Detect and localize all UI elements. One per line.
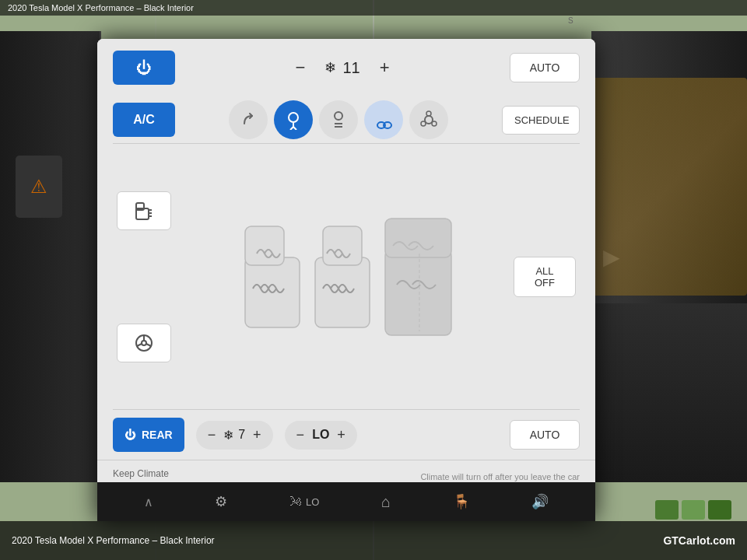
airflow-face-icon: [283, 110, 303, 130]
left-seat-controls: [117, 191, 171, 362]
thumb-3: [708, 500, 731, 520]
right-seat-pillar: ▶: [591, 31, 747, 482]
taskbar-home-icon[interactable]: ⌂: [381, 493, 391, 511]
svg-rect-34: [323, 226, 362, 265]
svg-line-29: [137, 344, 142, 346]
all-off-button[interactable]: ALL OFF: [514, 257, 576, 297]
rear-fan-value: 7: [238, 428, 245, 442]
fan-speed-value: 11: [342, 59, 359, 77]
airflow-bio-button[interactable]: [409, 100, 448, 139]
keep-climate-label: Keep Climate: [113, 468, 169, 479]
gtcarlot-logo: GTCarlot.com: [663, 534, 735, 547]
rear-auto-button[interactable]: AUTO: [510, 420, 580, 450]
thumb-2: [682, 500, 705, 520]
wood-trim: [591, 78, 747, 296]
air-direction-row: A/C: [97, 96, 595, 143]
seat-icon: [132, 199, 156, 222]
fan-minus-button[interactable]: −: [288, 54, 314, 82]
taskbar-seat-icon[interactable]: 🪑: [453, 493, 470, 510]
auto-button[interactable]: AUTO: [510, 53, 580, 82]
airflow-face-feet-button[interactable]: [319, 100, 358, 139]
svg-line-11: [293, 127, 296, 130]
car-visualization: ALL OFF: [97, 144, 595, 409]
airflow-feet-icon: [374, 110, 394, 130]
warning-icon: ⚠: [30, 176, 47, 198]
rear-temp-plus-button[interactable]: +: [337, 427, 345, 443]
svg-point-17: [425, 116, 433, 124]
airflow-face-feet-icon: [328, 110, 349, 130]
seat-heat-driver-button[interactable]: [117, 191, 171, 230]
thumb-1: [655, 500, 679, 520]
climate-panel: ⏻ − ❄ 11 + AUTO A/C: [97, 39, 595, 521]
power-icon: ⏻: [136, 59, 152, 77]
car-seats-svg: [230, 195, 463, 359]
rear-power-icon: ⏻: [124, 429, 135, 441]
taskbar: ∧ ⚙ 🌬 LO ⌂ 🪑 🔊: [97, 482, 595, 521]
taskbar-climate-item[interactable]: 🌬 LO: [289, 495, 319, 509]
keep-climate-note: Climate will turn off after you leave th…: [169, 472, 580, 481]
seat-leather: [591, 303, 747, 482]
steering-heat-button[interactable]: [117, 324, 171, 362]
bio-icon: [419, 110, 439, 130]
title-bar: 2020 Tesla Model X Performance – Black I…: [0, 0, 747, 16]
svg-point-12: [335, 112, 342, 120]
fan-icon: ❄: [324, 59, 336, 76]
rear-controls-row: ⏻ REAR − ❄ 7 + − LO + AUTO: [97, 410, 595, 460]
svg-point-19: [432, 121, 437, 126]
taskbar-volume-icon[interactable]: 🔊: [531, 493, 549, 510]
bottom-title: 2020 Tesla Model X Performance – Black I…: [12, 535, 215, 546]
airflow-curved-up-button[interactable]: [229, 100, 268, 139]
svg-point-8: [289, 113, 298, 122]
car-seats-image: [222, 191, 471, 362]
rear-temp-value: LO: [312, 428, 329, 442]
schedule-button[interactable]: SCHEDULE: [502, 106, 580, 135]
rear-power-button[interactable]: ⏻ REAR: [113, 418, 184, 452]
svg-line-30: [146, 344, 151, 346]
airflow-feet-button[interactable]: [364, 100, 403, 139]
rear-fan-plus-button[interactable]: +: [253, 427, 261, 443]
window-title: 2020 Tesla Model X Performance – Black I…: [8, 3, 194, 12]
taskbar-chevron-up[interactable]: ∧: [144, 495, 153, 509]
power-button[interactable]: ⏻: [113, 51, 175, 85]
tesla-screen: ⏻ − ❄ 11 + AUTO A/C: [97, 39, 595, 521]
svg-point-27: [142, 341, 146, 345]
fan-speed-control: − ❄ 11 +: [187, 54, 498, 82]
taskbar-wind-icon: 🌬: [289, 495, 302, 509]
svg-rect-35: [385, 250, 451, 335]
svg-rect-36: [385, 219, 451, 257]
bottom-watermark: 2020 Tesla Model X Performance – Black I…: [0, 521, 747, 560]
rear-temp-control: − LO +: [285, 421, 357, 450]
airflow-curved-icon: [238, 110, 258, 130]
fan-plus-button[interactable]: +: [372, 54, 398, 82]
rear-fan-display: ❄ 7: [223, 428, 245, 443]
rear-fan-icon: ❄: [223, 428, 233, 443]
svg-point-20: [421, 121, 426, 126]
svg-text:S: S: [568, 16, 573, 25]
rear-temp-minus-button[interactable]: −: [296, 427, 305, 443]
rear-label: REAR: [142, 429, 173, 441]
direction-buttons: [187, 100, 490, 139]
thumbnail-strip: [655, 500, 731, 520]
fan-speed-display: ❄ 11: [324, 59, 359, 77]
steering-wheel-icon: [132, 331, 156, 355]
svg-rect-32: [245, 226, 284, 265]
taskbar-fan-icon[interactable]: ⚙: [215, 493, 227, 510]
ac-button[interactable]: A/C: [113, 103, 175, 137]
svg-line-10: [290, 127, 293, 130]
rear-fan-control: − ❄ 7 +: [196, 421, 273, 450]
top-controls-row: ⏻ − ❄ 11 + AUTO: [97, 39, 595, 96]
taskbar-climate-value: LO: [306, 496, 319, 508]
warning-indicator: ⚠: [16, 156, 62, 218]
rear-fan-minus-button[interactable]: −: [208, 427, 216, 443]
left-seat-pillar: ⚠: [0, 31, 101, 482]
airflow-face-button[interactable]: [274, 100, 313, 139]
